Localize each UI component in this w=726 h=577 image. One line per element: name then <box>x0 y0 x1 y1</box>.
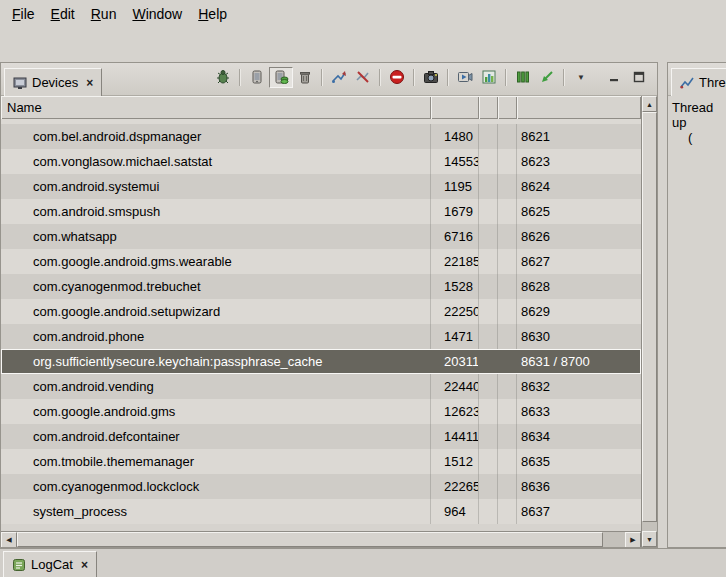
view-menu-arrow-icon: ▼ <box>577 73 585 82</box>
panel-sash[interactable] <box>658 62 667 548</box>
process-row[interactable]: com.android.smspush 1679 8625 <box>1 199 641 224</box>
process-row[interactable]: com.whatsapp 6716 8626 <box>1 224 641 249</box>
show-heap-icon[interactable] <box>245 67 269 88</box>
column-header-name[interactable]: Name <box>1 96 431 119</box>
process-empty-cell <box>479 274 498 299</box>
process-row[interactable]: com.android.systemui 1195 8624 <box>1 174 641 199</box>
column-header-4[interactable] <box>498 96 517 119</box>
process-row[interactable]: com.google.android.gms 12623 8633 <box>1 399 641 424</box>
process-port-cell: 8630 <box>517 324 641 349</box>
scroll-left-icon[interactable]: ◀ <box>1 532 17 547</box>
process-row[interactable]: com.google.android.gms.wearable 22185 86… <box>1 249 641 274</box>
cause-gc-icon[interactable] <box>293 67 317 88</box>
scroll-down-icon[interactable]: ▼ <box>642 531 657 547</box>
system-info-icon[interactable] <box>477 67 501 88</box>
process-empty-cell <box>498 149 517 174</box>
process-port-cell: 8626 <box>517 224 641 249</box>
minimize-icon[interactable] <box>603 67 627 88</box>
process-empty-cell <box>498 124 517 149</box>
process-pid-cell: 1471 <box>431 324 479 349</box>
view-menu-icon[interactable]: ▼ <box>569 67 593 88</box>
process-pid-cell: 20311 <box>431 349 479 374</box>
debug-process-icon[interactable] <box>211 67 235 88</box>
process-empty-cell <box>479 374 498 399</box>
horizontal-scroll-track[interactable] <box>17 532 625 547</box>
update-heap-icon[interactable] <box>269 67 293 88</box>
main-area: Devices × <box>0 62 726 548</box>
process-pid-cell: 1512 <box>431 449 479 474</box>
process-port-cell: 8636 <box>517 474 641 499</box>
maximize-icon[interactable] <box>627 67 651 88</box>
tab-threads[interactable]: Threads <box>671 68 726 96</box>
screen-capture-icon[interactable] <box>419 67 443 88</box>
logcat-tab-close-icon[interactable]: × <box>81 558 88 572</box>
process-row[interactable]: com.cyanogenmod.lockclock 22265 8636 <box>1 474 641 499</box>
process-row[interactable]: com.vonglasow.michael.satstat 14553 8623 <box>1 149 641 174</box>
devices-tab-close-icon[interactable]: × <box>86 76 93 90</box>
scroll-right-icon[interactable]: ▶ <box>625 532 641 547</box>
toolbar-separator <box>321 69 322 86</box>
menu-edit[interactable]: Edit <box>43 2 83 26</box>
tab-logcat[interactable]: LogCat × <box>3 551 97 577</box>
process-name-cell: com.bel.android.dspmanager <box>1 124 431 149</box>
horizontal-scrollbar[interactable]: ◀ ▶ <box>1 531 641 547</box>
toolbar-separator <box>563 69 564 86</box>
empty-toolbar-area <box>0 27 726 62</box>
vertical-scroll-thumb[interactable] <box>642 112 657 522</box>
process-port-cell: 8634 <box>517 424 641 449</box>
vertical-scrollbar[interactable]: ▲ ▼ <box>641 96 657 547</box>
process-empty-cell <box>479 149 498 174</box>
column-header-port[interactable] <box>517 96 641 119</box>
column-header-3[interactable] <box>479 96 498 119</box>
process-row[interactable]: com.android.defcontainer 14411 8634 <box>1 424 641 449</box>
process-row[interactable]: com.tmobile.thememanager 1512 8635 <box>1 449 641 474</box>
process-empty-cell <box>498 274 517 299</box>
dump-hprof-icon[interactable] <box>535 67 559 88</box>
scroll-up-icon[interactable]: ▲ <box>642 96 657 112</box>
process-port-cell: 8637 <box>517 499 641 524</box>
process-port-cell: 8632 <box>517 374 641 399</box>
process-row[interactable]: com.google.android.setupwizard 22250 862… <box>1 299 641 324</box>
process-port-cell: 8624 <box>517 174 641 199</box>
process-pid-cell: 1480 <box>431 124 479 149</box>
process-pid-cell: 14411 <box>431 424 479 449</box>
vertical-scroll-track[interactable] <box>642 112 657 531</box>
devices-tab-icon <box>13 76 27 90</box>
devices-tabbar: Devices × <box>1 63 657 96</box>
devices-table: Name com.bel.android.dspmanager 1480 <box>1 96 657 547</box>
process-empty-cell <box>498 249 517 274</box>
horizontal-scroll-thumb[interactable] <box>17 532 603 547</box>
process-empty-cell <box>479 424 498 449</box>
threads-message-line2: ( <box>672 130 726 145</box>
process-row[interactable]: com.bel.android.dspmanager 1480 8621 <box>1 124 641 149</box>
process-row[interactable]: com.cyanogenmod.trebuchet 1528 8628 <box>1 274 641 299</box>
process-empty-cell <box>479 499 498 524</box>
process-rows: com.bel.android.dspmanager 1480 8621 com… <box>1 124 641 524</box>
process-row[interactable]: com.android.vending 22440 8632 <box>1 374 641 399</box>
stop-thread-updates-icon[interactable] <box>351 67 375 88</box>
process-pid-cell: 22185 <box>431 249 479 274</box>
menu-run[interactable]: Run <box>83 2 125 26</box>
screen-record-icon[interactable] <box>453 67 477 88</box>
menu-help[interactable]: Help <box>190 2 235 26</box>
menu-window[interactable]: Window <box>124 2 190 26</box>
menu-file[interactable]: File <box>4 2 43 26</box>
update-threads-icon[interactable] <box>327 67 351 88</box>
process-row[interactable]: org.sufficientlysecure.keychain:passphra… <box>1 349 641 374</box>
process-port-cell: 8621 <box>517 124 641 149</box>
menubar: File Edit Run Window Help <box>0 0 726 27</box>
start-method-profiling-icon[interactable] <box>511 67 535 88</box>
process-empty-cell <box>479 474 498 499</box>
process-name-cell: com.vonglasow.michael.satstat <box>1 149 431 174</box>
threads-message-line1: Thread up <box>672 100 726 130</box>
process-row[interactable]: com.android.phone 1471 8630 <box>1 324 641 349</box>
process-port-cell: 8625 <box>517 199 641 224</box>
process-pid-cell: 14553 <box>431 149 479 174</box>
process-empty-cell <box>498 424 517 449</box>
process-row[interactable]: system_process 964 8637 <box>1 499 641 524</box>
tab-devices[interactable]: Devices × <box>4 68 102 96</box>
toolbar-separator <box>505 69 506 86</box>
stop-process-icon[interactable] <box>385 67 409 88</box>
process-port-cell: 8628 <box>517 274 641 299</box>
column-header-pid[interactable] <box>431 96 479 119</box>
